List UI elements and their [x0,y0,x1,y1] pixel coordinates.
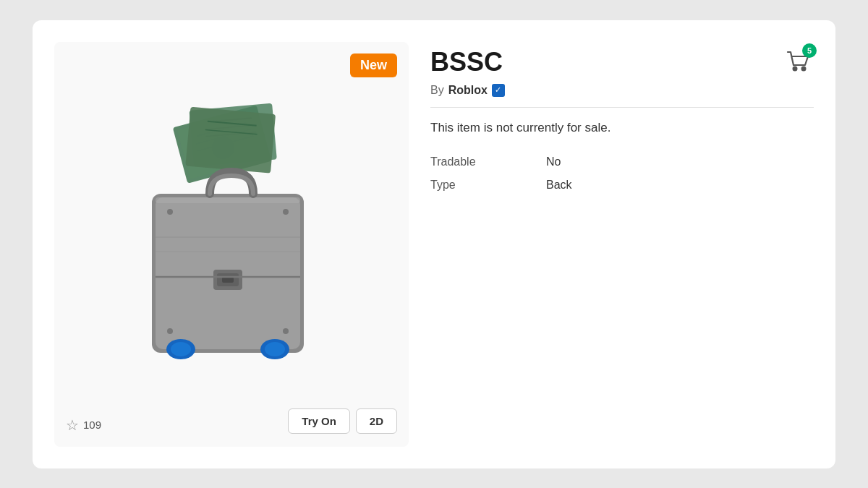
type-value: Back [546,179,572,192]
by-label: By [430,84,444,97]
svg-rect-15 [156,197,300,203]
cart-area: 5 [782,46,814,78]
cart-count-badge: 5 [802,43,817,58]
sale-status: This item is not currently for sale. [430,121,814,135]
item-title: BSSC [430,46,503,77]
info-section: BSSC 5 By Roblox ✓ This item is not curr… [430,42,814,447]
svg-point-24 [167,209,173,215]
attributes-section: Tradable No Type Back [430,155,814,192]
svg-point-23 [265,342,285,356]
by-row: By Roblox ✓ [430,84,814,97]
try-on-button[interactable]: Try On [288,408,350,434]
type-row: Type Back [430,179,814,192]
svg-point-31 [802,67,806,70]
item-card: New [33,20,835,468]
new-badge: New [350,53,397,77]
favorites-star-icon[interactable]: ☆ [66,416,79,434]
svg-point-30 [793,67,797,70]
two-d-button[interactable]: 2D [356,408,397,434]
svg-point-21 [171,342,191,356]
favorites-row: ☆ 109 [66,416,101,434]
tradable-row: Tradable No [430,155,814,168]
svg-point-25 [167,328,173,334]
type-label: Type [430,179,546,192]
tradable-value: No [546,155,561,168]
image-buttons: Try On 2D [288,408,397,434]
image-section: New [54,42,409,447]
favorites-count: 109 [83,419,101,431]
header-row: BSSC 5 [430,46,814,78]
svg-point-26 [283,209,289,215]
item-image [109,93,354,396]
cart-icon-wrapper[interactable]: 5 [782,46,814,78]
svg-point-27 [283,328,289,334]
divider [430,107,814,108]
creator-name[interactable]: Roblox [448,84,488,97]
tradable-label: Tradable [430,155,546,168]
verified-icon: ✓ [492,84,505,97]
svg-rect-10 [185,106,276,173]
